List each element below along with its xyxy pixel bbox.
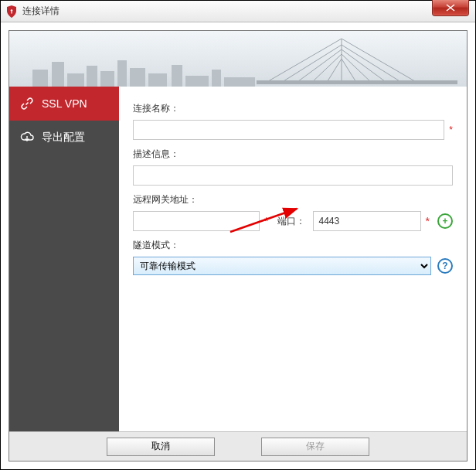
cloud-download-icon	[20, 131, 34, 145]
window-title: 连接详情	[22, 5, 60, 18]
inner-frame: SSL VPN 导出配置 连接名称： *	[8, 30, 468, 461]
sidebar-item-export[interactable]: 导出配置	[9, 121, 119, 155]
required-mark: *	[449, 124, 453, 135]
tunnel-label: 隧道模式：	[133, 239, 453, 252]
banner-image	[9, 31, 467, 87]
connection-name-input[interactable]	[133, 120, 444, 140]
svg-rect-1	[11, 11, 12, 13]
sidebar-item-label: SSL VPN	[42, 97, 87, 110]
sidebar: SSL VPN 导出配置	[9, 87, 119, 431]
sidebar-item-sslvpn[interactable]: SSL VPN	[9, 87, 119, 121]
body: SSL VPN 导出配置 连接名称： *	[1, 22, 475, 469]
form-panel: 连接名称： * 描述信息： 远程网关地址： *	[119, 87, 467, 431]
tunnel-mode-select[interactable]: 可靠传输模式	[133, 257, 431, 275]
required-mark: *	[426, 215, 430, 227]
footer: 取消 保存	[9, 431, 467, 461]
svg-rect-3	[32, 70, 48, 87]
port-label: 端口：	[277, 215, 305, 228]
svg-rect-14	[224, 77, 255, 87]
description-label: 描述信息：	[133, 148, 453, 161]
cancel-button[interactable]: 取消	[107, 438, 215, 456]
svg-rect-13	[212, 70, 221, 87]
save-button[interactable]: 保存	[261, 438, 369, 456]
svg-point-0	[11, 9, 13, 12]
app-shield-icon	[5, 5, 18, 18]
svg-rect-16	[257, 80, 457, 84]
add-gateway-button[interactable]: +	[437, 213, 453, 229]
svg-rect-10	[148, 73, 167, 87]
svg-rect-7	[100, 71, 114, 87]
connection-name-label: 连接名称：	[133, 102, 453, 115]
description-input[interactable]	[133, 165, 453, 186]
close-button[interactable]	[432, 0, 469, 16]
svg-rect-12	[185, 76, 209, 87]
svg-rect-11	[172, 65, 182, 87]
gateway-input[interactable]	[133, 211, 260, 231]
question-icon: ?	[442, 261, 447, 271]
svg-rect-6	[87, 66, 97, 87]
link-icon	[20, 97, 34, 111]
svg-rect-5	[67, 73, 84, 87]
gateway-label: 远程网关地址：	[133, 193, 453, 206]
svg-rect-4	[52, 62, 64, 87]
required-mark: *	[264, 215, 268, 227]
svg-rect-9	[130, 68, 145, 87]
main-area: SSL VPN 导出配置 连接名称： *	[9, 87, 467, 431]
help-button[interactable]: ?	[437, 258, 453, 274]
titlebar: 连接详情	[1, 1, 475, 22]
sidebar-item-label: 导出配置	[42, 131, 85, 145]
window: 连接详情	[0, 0, 476, 470]
svg-rect-8	[117, 60, 127, 87]
port-input[interactable]	[313, 211, 420, 231]
plus-icon: +	[442, 216, 447, 226]
